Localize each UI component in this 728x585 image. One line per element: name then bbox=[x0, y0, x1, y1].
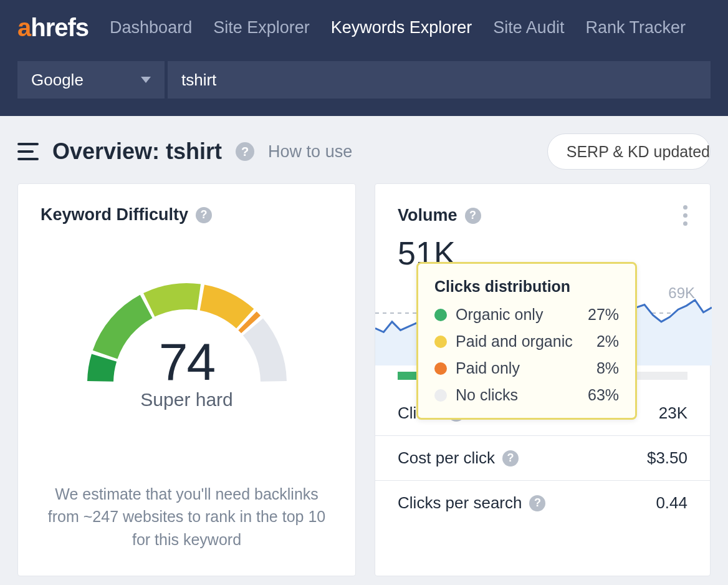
help-icon[interactable]: ? bbox=[465, 208, 481, 224]
tooltip-row-value: 8% bbox=[596, 359, 619, 377]
brand-logo-rest: hrefs bbox=[31, 14, 89, 41]
nav-dashboard[interactable]: Dashboard bbox=[110, 18, 192, 37]
swatch-icon bbox=[434, 309, 447, 321]
top-nav: ahrefs Dashboard Site Explorer Keywords … bbox=[0, 0, 728, 55]
tooltip-row-label: Paid only bbox=[456, 359, 588, 377]
tooltip-row: Organic only27% bbox=[434, 306, 619, 324]
tooltip-row-value: 2% bbox=[596, 332, 619, 351]
help-icon[interactable]: ? bbox=[236, 142, 254, 161]
kd-card: Keyword Difficulty ? 74 Super hard We es… bbox=[17, 183, 356, 576]
nav-site-audit[interactable]: Site Audit bbox=[493, 18, 564, 37]
metric-clicks-value: 23K bbox=[659, 404, 687, 423]
search-engine-value: Google bbox=[31, 70, 84, 90]
tooltip-row: Paid and organic2% bbox=[434, 332, 619, 351]
tooltip-row-label: Paid and organic bbox=[456, 332, 588, 351]
tooltip-title: Clicks distribution bbox=[434, 278, 619, 296]
clicks-distribution-tooltip: Clicks distribution Organic only27%Paid … bbox=[416, 262, 637, 420]
volume-sparkline-wrap: 69K Clicks distribution Organic only27%P… bbox=[375, 272, 710, 365]
chevron-down-icon bbox=[141, 77, 151, 83]
help-icon[interactable]: ? bbox=[502, 450, 519, 467]
tooltip-row-label: No clicks bbox=[456, 386, 579, 404]
tooltip-row: No clicks63% bbox=[434, 386, 619, 404]
brand-logo-a: a bbox=[17, 14, 31, 41]
search-engine-select[interactable]: Google bbox=[17, 61, 165, 99]
volume-card-title: Volume bbox=[398, 206, 457, 225]
kd-score: 74 bbox=[78, 332, 296, 392]
serp-updated-pill[interactable]: SERP & KD updated bbox=[547, 133, 711, 170]
menu-icon[interactable] bbox=[17, 143, 39, 160]
metric-cpc-label: Cost per click bbox=[398, 448, 495, 468]
tooltip-row-value: 27% bbox=[588, 306, 619, 324]
serp-updated-text: SERP & KD updated bbox=[567, 143, 710, 161]
how-to-use-link[interactable]: How to use bbox=[268, 142, 352, 162]
brand-logo: ahrefs bbox=[17, 14, 89, 42]
tooltip-row-label: Organic only bbox=[456, 306, 579, 324]
content-bar: Overview: tshirt ? How to use SERP & KD … bbox=[0, 116, 728, 183]
kd-note: We estimate that you'll need backlinks f… bbox=[41, 483, 333, 551]
volume-card-header: Volume ? bbox=[375, 205, 710, 226]
page-title: Overview: tshirt bbox=[52, 138, 222, 165]
nav-rank-tracker[interactable]: Rank Tracker bbox=[585, 18, 686, 37]
help-icon[interactable]: ? bbox=[196, 207, 212, 223]
swatch-icon bbox=[434, 389, 447, 402]
nav-keywords-explorer[interactable]: Keywords Explorer bbox=[331, 18, 472, 37]
kd-card-header: Keyword Difficulty ? bbox=[41, 205, 333, 225]
volume-card: Volume ? 51K 69K Clicks distribution Org… bbox=[375, 183, 711, 576]
kd-card-title: Keyword Difficulty bbox=[41, 205, 188, 225]
keyword-input[interactable] bbox=[168, 61, 711, 99]
search-row: Google bbox=[0, 55, 728, 116]
metric-cps-value: 0.44 bbox=[656, 493, 687, 513]
tooltip-row-value: 63% bbox=[588, 386, 619, 404]
metric-cps-label: Clicks per search bbox=[398, 493, 522, 513]
metric-cpc: Cost per click ? $3.50 bbox=[375, 435, 710, 480]
metric-cpc-value: $3.50 bbox=[647, 448, 687, 468]
help-icon[interactable]: ? bbox=[529, 495, 545, 511]
tooltip-row: Paid only8% bbox=[434, 359, 619, 377]
more-options-icon[interactable] bbox=[683, 205, 687, 226]
kd-label: Super hard bbox=[78, 389, 296, 410]
nav-site-explorer[interactable]: Site Explorer bbox=[213, 18, 310, 37]
cards-row: Keyword Difficulty ? 74 Super hard We es… bbox=[0, 183, 728, 576]
swatch-icon bbox=[434, 362, 447, 375]
kd-gauge: 74 Super hard bbox=[78, 258, 296, 408]
metric-cps: Clicks per search ? 0.44 bbox=[375, 480, 710, 525]
swatch-icon bbox=[434, 336, 447, 348]
